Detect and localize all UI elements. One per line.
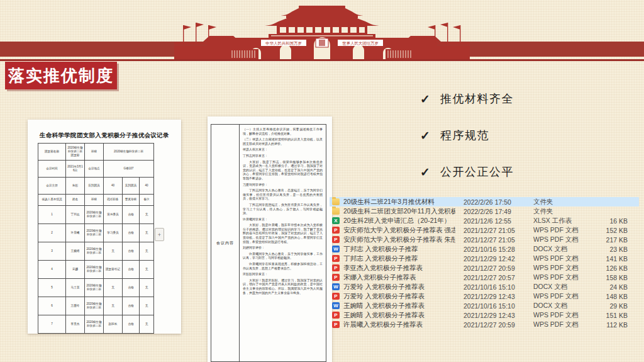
pdf-file-icon: P (332, 264, 340, 271)
content-paragraph: 万爱玲同学评价： (243, 183, 323, 187)
file-row[interactable]: P李亚杰入党积极分子推荐表2021/12/27 20:59WPS PDF 文档1… (330, 263, 639, 273)
table-header-row: 候选人基本情况姓名班级现任职务受奖等级备注 (38, 195, 154, 206)
file-date: 2021/12/27 20:57 (464, 274, 533, 281)
checkmark-icon: ✓ (420, 92, 430, 106)
file-row[interactable]: P丁邦志 入党积极分子推荐2021/12/29 12:42WPS PDF 文档1… (330, 254, 639, 263)
file-size: 151 KB (581, 312, 628, 319)
file-date: 2021/12/27 20:59 (464, 264, 533, 272)
content-paragraph: 候选人依次发言： (243, 147, 323, 152)
table-cell: 朱彤 (66, 178, 85, 195)
file-name: 王婉晴 入党积极分子推荐表 (343, 302, 455, 310)
docx-file-icon: W (332, 302, 340, 309)
table-cell: 无 (140, 315, 154, 334)
file-row[interactable]: 20级生科二班团支部20年11月入党积极分子发...2022/2/26 17:4… (330, 206, 639, 216)
file-row[interactable]: P王婉晴 入党积极分子推荐表2021/12/29 12:43WPS PDF 文档… (330, 310, 639, 320)
plaque-right-text: 世界人民大团结万岁 (342, 41, 379, 46)
file-size: 217 KB (581, 236, 628, 244)
table-info-row: 会议主持朱彤应到团员40实到团员40 (38, 178, 154, 195)
zoom-plus-button[interactable]: + (155, 228, 164, 241)
table-info-row: 会议时间2021年3月16日会议地点G楼107 (38, 161, 154, 178)
file-size: 158 KB (581, 274, 628, 281)
table-cell: 无 (140, 279, 154, 297)
file-row[interactable]: W王婉晴 入党积极分子推荐表2021/10/16 15:10DOCX 文档29 … (330, 301, 639, 310)
file-row[interactable]: X20生科2班入党申请汇总（20-21年）2021/12/6 12:55XLSX… (330, 216, 639, 225)
table-header-cell: 受奖等级 (123, 195, 140, 206)
file-row[interactable]: 20级生科二班21年3月推优材料2022/2/26 17:50文件夹 (330, 197, 639, 206)
table-row: 6万爱玲2020级生物科学师二班无合格无 (38, 297, 154, 315)
table-cell: 无 (140, 242, 154, 261)
table-cell: 5 (38, 279, 66, 297)
file-name: 许晨曦入党积极分子推荐表 (343, 320, 455, 329)
folder-file-icon (332, 198, 340, 205)
table-cell: 2020级生物科学师二班 (104, 144, 154, 161)
table-cell: 实到团员 (123, 178, 140, 195)
xlsx-file-icon: X (332, 217, 340, 224)
file-row[interactable]: P万爱玲 入党积极分子推荐表2021/12/29 12:43WPS PDF 文档… (330, 291, 639, 301)
table-header-cell: 现任职务 (104, 195, 123, 206)
table-cell: 无 (104, 279, 123, 297)
table-cell: 合格 (123, 261, 140, 279)
bullet-item: ✓公开公正公平 (420, 164, 628, 179)
table-header-cell: 姓名 (66, 195, 85, 206)
pdf-file-icon: P (332, 255, 340, 262)
table-cell: 团支部名称 (38, 144, 66, 161)
table-cell: 3 (38, 242, 66, 261)
table-cell: 4 (38, 261, 66, 279)
docx-file-icon: W (332, 283, 340, 290)
docx-file-icon: W (332, 246, 340, 252)
file-size: 23 KB (581, 246, 628, 253)
file-size: 24 KB (581, 283, 628, 291)
meeting-content-page: 会议内容 （一）主持人宣布推优会议开始，简要描述推优工作事项，解释会议流程，介绍… (208, 116, 332, 362)
meeting-record-title: 生命科学学院团支部入党积极分子推优会议记录 (28, 132, 181, 140)
content-paragraph: 大家好，我是丁邦志，很荣幸能够参加本次推优会议，竞选成为一名入党积极分子。通过学… (243, 160, 323, 181)
table-cell: 2020级生物科学师二班 (85, 242, 104, 261)
slide: 中华人民共和国万岁 世界人民大团结万岁 落实推优制度 ✓推优材料齐全✓程序规范✓… (0, 0, 644, 362)
file-size: 112 KB (581, 321, 628, 329)
table-cell: 合格 (123, 279, 140, 297)
table-cell: 2020级生物科学师二班团支部 (66, 144, 85, 161)
file-name: 20级生科二班21年3月推优材料 (343, 198, 455, 206)
file-date: 2022/2/26 17:50 (464, 198, 533, 206)
table-cell: 2020级生物科学师二班 (85, 315, 104, 334)
table-cell: 40 (140, 178, 154, 195)
table-cell: 班级 (85, 144, 104, 161)
file-explorer-list: 20级生科二班21年3月推优材料2022/2/26 17:50文件夹20级生科二… (330, 197, 639, 329)
file-row[interactable]: W丁邦志 入党积极分子推荐2021/10/16 15:28DOCX 文档23 K… (330, 244, 639, 254)
table-cell: 1 (38, 206, 66, 224)
table-row: 1丁邦志2020级生物科学师二班宣传委员合格无 (38, 206, 154, 224)
file-row[interactable]: P许晨曦入党积极分子推荐表2021/12/27 20:59WPS PDF 文档1… (330, 320, 639, 329)
file-size: 29 KB (581, 302, 628, 310)
file-date: 2021/12/27 21:05 (464, 236, 533, 244)
content-paragraph: 大家好，我是许晨曦，我非常珍惜本次成为入党积极分子的推选。通过对党的理论知识的学… (243, 223, 323, 244)
folder-file-icon (332, 208, 340, 215)
file-name: 安庆师范大学入党积极分子推荐表 强志伟 (343, 226, 455, 235)
table-row: 5马士英2020级生物科学师二班无合格无 (38, 279, 154, 297)
table-cell: 合格 (123, 206, 140, 224)
table-header-cell: 班级 (85, 195, 104, 206)
table-cell: 2020级生物科学师二班 (85, 224, 104, 242)
table-cell: 马士英 (66, 279, 85, 297)
table-cell: 学习委员 (104, 224, 123, 242)
file-row[interactable]: P安庆师范大学入党积极分子推荐表 强志伟2021/12/27 21:05WPS … (330, 225, 639, 235)
file-row[interactable]: P宋娜入党积极分子推荐表2021/12/27 20:57WPS PDF 文档15… (330, 273, 639, 282)
pdf-file-icon: P (332, 312, 340, 319)
table-cell: 2021年3月16日 (66, 161, 85, 178)
file-size: 126 KB (581, 264, 628, 272)
table-cell: 会议时间 (38, 161, 66, 178)
table-cell: 合格 (123, 315, 140, 334)
table-cell: 2020级生物科学师二班 (85, 261, 104, 279)
table-row: 3王婉晴2020级生物科学师二班无合格无 (38, 242, 154, 261)
file-name: 安庆师范大学入党积极分子推荐表 朱彤 (343, 235, 455, 244)
file-date: 2021/10/16 15:10 (464, 283, 533, 291)
checkmark-icon: ✓ (420, 165, 430, 179)
table-cell: 宋娜 (66, 261, 85, 279)
file-row[interactable]: W万爱玲 入党积极分子推荐表2021/10/16 15:10DOCX 文档24 … (330, 282, 639, 291)
table-row: 4宋娜2020级生物科学师二班团支部书记合格无 (38, 261, 154, 279)
meeting-record-page: 生命科学学院团支部入党积极分子推优会议记录 团支部名称2020级生物科学师二班团… (28, 120, 181, 334)
file-size: 16 KB (581, 217, 628, 225)
table-cell: 无 (140, 297, 154, 315)
table-cell: 合格 (123, 224, 140, 242)
file-row[interactable]: P安庆师范大学入党积极分子推荐表 朱彤2021/12/27 21:05WPS P… (330, 235, 639, 244)
table-cell: 应到团员 (85, 178, 104, 195)
bullet-label: 公开公正公平 (440, 164, 514, 179)
